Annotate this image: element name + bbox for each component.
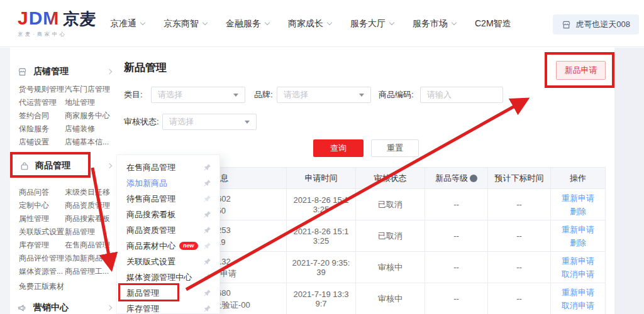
product-management-items: 商品问答末级类目迁移 定制中心商品资质管理 属性管理商品搜索看板 关联版式设置新… [19, 186, 110, 278]
nav-item-jdshangzhi[interactable]: 京东商智 [164, 18, 207, 30]
reapply-link[interactable]: 重新申请 [556, 286, 600, 299]
sidebar-item[interactable]: 签约合同 [19, 109, 65, 122]
sidebar-item[interactable]: 货号规则管理 [19, 83, 65, 96]
apply-time-cell: 2021-8-26 15:13:25 [287, 189, 356, 220]
sidebar-section-shop-management[interactable]: 店铺管理 [10, 65, 116, 78]
nav-item-merchant-growth[interactable]: 商家成长 [288, 18, 331, 30]
audit-status-cell: 审核中 [356, 283, 425, 314]
sidebar-item[interactable]: 添加新商品 [65, 252, 110, 265]
sidebar-item[interactable]: 属性管理 [19, 212, 65, 225]
brand-select[interactable]: 请选择 [277, 87, 371, 103]
info-dot-icon[interactable] [470, 175, 477, 182]
account-name: 虎哥也逆天008 [575, 19, 630, 30]
sidebar-item[interactable]: 店铺装修 [65, 122, 110, 136]
sidebar-item[interactable]: 末级类目迁移 [65, 186, 110, 199]
level-cell: -- [425, 283, 488, 314]
cancel-apply-link[interactable]: 取消申请 [556, 268, 600, 281]
pin-icon[interactable] [203, 195, 211, 203]
flyout-item-new-product-management[interactable]: 新品管理 [117, 285, 219, 301]
flyout-item-qualification[interactable]: 商品资质管理 [117, 222, 219, 238]
flyout-item-material-center[interactable]: 商品素材中心new [117, 238, 219, 254]
delete-link[interactable]: 删除 [556, 205, 600, 218]
account-shop-pill[interactable]: 虎哥也逆天008 [553, 14, 639, 35]
pin-icon[interactable] [203, 210, 211, 219]
pin-icon[interactable] [203, 305, 211, 313]
reapply-link[interactable]: 重新申请 [556, 192, 600, 205]
storefront-icon [562, 20, 571, 30]
nav-item-service-market[interactable]: 服务市场 [413, 18, 456, 30]
sidebar-item[interactable]: 店铺设置 [19, 136, 65, 149]
pin-icon[interactable] [203, 226, 211, 234]
sidebar-item[interactable]: 保险服务 [19, 122, 65, 136]
chevron-down-icon [140, 20, 145, 25]
flyout-item-layout-settings[interactable]: 关联版式设置 [117, 254, 219, 269]
col-audit-status: 审核状态 [356, 168, 425, 189]
actions-cell: 重新申请取消申请 [551, 283, 606, 314]
apply-time-cell: 2021-7-20 9:35:39 [287, 252, 356, 283]
sidebar-item[interactable]: 商品管理工... [65, 265, 110, 278]
sidebar-item[interactable]: 库存管理 [19, 239, 65, 252]
pin-icon[interactable] [203, 273, 211, 281]
section-title: 营销中心 [33, 302, 69, 313]
flyout-item-add-product[interactable]: 添加新商品 [117, 175, 219, 191]
sidebar-item[interactable]: 店铺基本信... [65, 136, 110, 149]
actions-cell: 重新申请删除 [551, 189, 606, 220]
chevron-right-icon [107, 69, 112, 74]
sidebar-item[interactable]: 商品问答 [19, 186, 65, 199]
reapply-link[interactable]: 重新申请 [556, 254, 600, 268]
sidebar-item-free-material[interactable]: 免费正版素材 [19, 280, 64, 293]
audit-status-select[interactable]: 请选择 [162, 114, 257, 130]
nav-item-service-hall[interactable]: 服务大厅 [350, 18, 394, 30]
sidebar-item[interactable]: 定制中心 [19, 199, 65, 212]
nav-item-financial-services[interactable]: 金融服务 [226, 18, 269, 30]
sidebar-item[interactable]: 关联版式设置 [19, 225, 65, 239]
sidebar-item[interactable]: 商品搜索看板 [65, 212, 110, 225]
category-select[interactable]: 请选择 [151, 87, 245, 103]
top-navigation: 京准通 京东商智 金融服务 商家成长 服务大厅 服务市场 C2M智造 [110, 0, 530, 47]
select-caret-icon [233, 94, 238, 97]
audit-status-filter-label: 审核状态: [124, 114, 159, 130]
reset-button[interactable]: 重置 [371, 139, 419, 157]
nav-item-c2m[interactable]: C2M智造 [475, 18, 511, 30]
sidebar-item[interactable]: 地址管理 [65, 96, 110, 109]
category-filter-label: 类目: [124, 87, 143, 103]
pin-icon[interactable] [203, 289, 211, 297]
chevron-down-icon [203, 20, 208, 25]
new-product-apply-button[interactable]: 新品申请 [556, 61, 606, 80]
select-caret-icon [245, 121, 250, 124]
sidebar-item[interactable]: 商家服务中心 [65, 109, 110, 122]
reapply-link[interactable]: 重新申请 [556, 223, 600, 236]
level-cell: -- [425, 252, 488, 283]
delete-link[interactable]: 删除 [556, 236, 600, 249]
sidebar-item[interactable]: 商品资质管理 [65, 199, 110, 212]
topbar: JDM 京麦 京麦·商家中心 京准通 京东商智 金融服务 商家成长 服务大厅 服… [0, 0, 644, 47]
flyout-item-onsale[interactable]: 在售商品管理 [117, 160, 219, 175]
sku-input[interactable]: 请输入 [420, 87, 503, 103]
pin-icon[interactable] [203, 257, 211, 266]
sidebar-item[interactable]: 在售商品管理 [65, 239, 110, 252]
query-button[interactable]: 查询 [313, 139, 364, 157]
sidebar-item[interactable]: 代运营管理 [19, 96, 65, 109]
sidebar-item[interactable]: 媒体资源管... [19, 265, 65, 278]
audit-status-cell: 审核中 [356, 252, 425, 283]
chevron-down-icon [452, 20, 457, 25]
cancel-apply-link[interactable]: 取消申请 [556, 299, 600, 312]
pin-icon[interactable] [203, 242, 211, 250]
flyout-item-media-center[interactable]: 媒体资源管理中心 [117, 269, 219, 285]
left-gutter [0, 48, 10, 314]
flyout-item-inventory[interactable]: 库存管理 [117, 301, 219, 314]
sidebar-section-product-management[interactable]: 商品管理 [10, 160, 116, 172]
col-new-product-level: 新品等级 [425, 168, 488, 189]
sidebar-section-marketing-center[interactable]: 营销中心 [10, 301, 116, 314]
flyout-item-presale[interactable]: 待售商品管理 [117, 191, 219, 207]
new-badge: new [179, 242, 198, 250]
pin-icon[interactable] [203, 163, 211, 171]
nav-item-jingzhuntong[interactable]: 京准通 [110, 18, 145, 30]
flyout-item-search-board[interactable]: 商品搜索看板 [117, 207, 219, 222]
apply-time-cell: 2021-7-19 13:39:7 [287, 283, 356, 314]
sidebar-item[interactable]: 汽车门店管理 [65, 83, 110, 96]
sidebar-item[interactable]: 新品管理 [65, 225, 110, 239]
sidebar-item[interactable]: 商品评价管理 [19, 252, 65, 265]
pin-icon[interactable] [203, 179, 211, 187]
sidebar: 店铺管理 货号规则管理汽车门店管理 代运营管理地址管理 签约合同商家服务中心 保… [10, 48, 116, 314]
